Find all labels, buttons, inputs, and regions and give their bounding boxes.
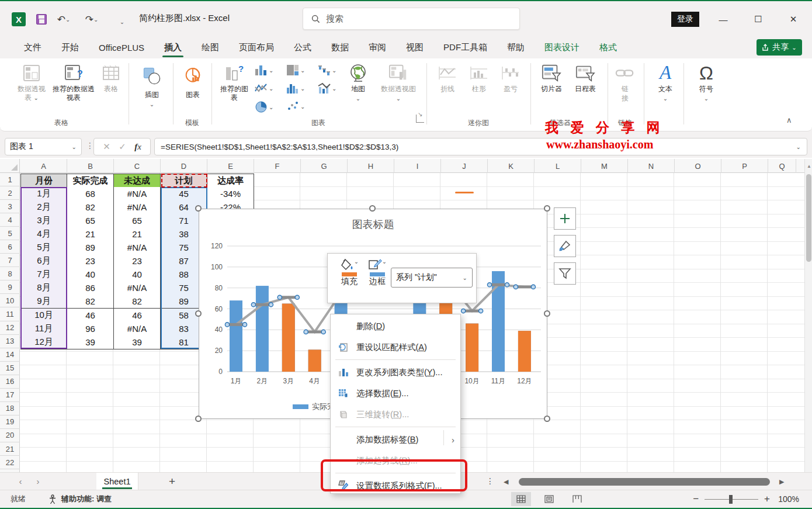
cell-C3[interactable]: #N/A (114, 200, 161, 214)
cell-C6[interactable]: #N/A (114, 241, 161, 255)
column-header-H[interactable]: H (348, 159, 394, 173)
enter-formula-icon[interactable]: ✓ (119, 141, 126, 152)
zoom-level[interactable]: 100% (776, 494, 799, 504)
redo-button[interactable]: ↷⌄ (84, 12, 99, 27)
column-header-K[interactable]: K (488, 159, 535, 173)
quick-access-customize-icon[interactable]: ⌄ (114, 14, 130, 29)
cell-B5[interactable]: 21 (67, 227, 114, 241)
column-header-A[interactable]: A (20, 159, 67, 173)
cell-C13[interactable]: 39 (114, 335, 161, 349)
chart-handle-nw[interactable] (195, 205, 202, 212)
ribbon-tab-公式[interactable]: 公式 (284, 36, 321, 58)
menu-item-3[interactable]: 更改系列图表类型(Y)... (331, 362, 460, 383)
border-color-button[interactable]: ⌄ 边框 (364, 258, 391, 287)
row-header-13[interactable]: 13 (0, 335, 20, 348)
insert-pie-chart-button[interactable]: ⌄ (255, 101, 273, 113)
row-header-8[interactable]: 8 (0, 267, 20, 281)
column-header-G[interactable]: G (301, 159, 348, 173)
excel-app-icon[interactable]: X (12, 12, 26, 26)
close-button[interactable]: ✕ (782, 8, 805, 30)
maximize-button[interactable]: ☐ (747, 8, 770, 30)
chart-styles-button[interactable] (554, 235, 576, 257)
scroll-left-icon[interactable]: ◀ (504, 478, 508, 486)
cell-B11[interactable]: 46 (67, 309, 114, 323)
column-header-D[interactable]: D (161, 159, 207, 173)
zoom-slider[interactable] (705, 499, 758, 500)
cell-B9[interactable]: 86 (67, 281, 114, 295)
map-button[interactable]: 地图 ⌄ (346, 63, 370, 103)
chart-handle-w[interactable] (195, 310, 202, 317)
column-header-M[interactable]: M (581, 159, 628, 173)
ribbon-tab-插入[interactable]: 插入 (154, 36, 192, 58)
row-header-15[interactable]: 15 (0, 362, 20, 375)
chart-handle-ne[interactable] (544, 205, 550, 212)
row-header-11[interactable]: 11 (0, 308, 20, 321)
column-header-L[interactable]: L (535, 159, 581, 173)
recommended-charts-button[interactable]: ? 推荐的图表 (217, 63, 251, 102)
cell-B13[interactable]: 39 (67, 335, 114, 349)
insert-hierarchy-chart-button[interactable]: ⌄ (286, 64, 305, 76)
cell-C5[interactable]: 21 (114, 227, 161, 241)
row-header-16[interactable]: 16 (0, 375, 20, 389)
sheet-prev-icon[interactable]: ‹ (12, 476, 29, 486)
select-all-corner[interactable] (0, 159, 20, 173)
insert-waterfall-chart-button[interactable]: ⌄ (318, 64, 336, 76)
ribbon-tab-帮助[interactable]: 帮助 (497, 36, 535, 58)
row-header-1[interactable]: 1 (0, 173, 20, 186)
column-header-P[interactable]: P (721, 159, 768, 173)
column-header-N[interactable]: N (628, 159, 675, 173)
login-button[interactable]: 登录 (671, 12, 699, 27)
horizontal-scroll-thumb[interactable] (519, 478, 770, 486)
menu-item-0[interactable]: 删除(D) (331, 316, 460, 337)
page-layout-view-button[interactable] (539, 492, 559, 506)
chart-handle-sw[interactable] (195, 415, 202, 422)
chart-handle-n[interactable] (369, 205, 376, 212)
row-header-14[interactable]: 14 (0, 348, 20, 362)
cell-B8[interactable]: 40 (67, 268, 114, 282)
cell-B4[interactable]: 65 (67, 214, 114, 228)
menu-item-4[interactable]: 选择数据(E)... (331, 383, 460, 404)
row-header-5[interactable]: 5 (0, 227, 20, 240)
cell-B6[interactable]: 89 (67, 241, 114, 255)
row-header-7[interactable]: 7 (0, 254, 20, 267)
insert-column-chart-button[interactable]: ⌄ (255, 64, 273, 76)
chart-handle-se[interactable] (544, 415, 550, 422)
cell-E1[interactable]: 达成率 (207, 174, 254, 188)
cell-A1[interactable]: 月份 (20, 174, 67, 188)
menu-item-1[interactable]: 重设以匹配样式(A) (331, 337, 460, 358)
ribbon-tab-文件[interactable]: 文件 (14, 36, 51, 58)
symbol-button[interactable]: Ω 符号 ⌄ (692, 63, 721, 103)
cell-B10[interactable]: 82 (67, 295, 114, 309)
row-header-18[interactable]: 18 (0, 402, 20, 415)
horizontal-scrollbar[interactable]: ◀ ▶ (504, 476, 790, 487)
row-header-4[interactable]: 4 (0, 213, 20, 227)
row-header-19[interactable]: 19 (0, 415, 20, 429)
vertical-scroll-thumb[interactable] (806, 174, 811, 262)
cell-B1[interactable]: 实际完成 (67, 174, 114, 188)
sheet-next-icon[interactable]: › (29, 476, 47, 486)
cell-C10[interactable]: 82 (114, 295, 161, 309)
column-header-J[interactable]: J (441, 159, 488, 173)
ribbon-tab-PDF工具箱[interactable]: PDF工具箱 (433, 36, 497, 58)
formula-input[interactable]: =SERIES(Sheet1!$D$1,Sheet1!$A$2:$A$13,Sh… (154, 138, 807, 155)
cell-B3[interactable]: 82 (67, 200, 114, 214)
slicer-button[interactable]: 切片器 (536, 63, 567, 94)
column-header-C[interactable]: C (114, 159, 161, 173)
column-header-F[interactable]: F (254, 159, 301, 173)
insert-line-chart-button[interactable]: ⌄ (255, 82, 273, 94)
column-header-E[interactable]: E (207, 159, 254, 173)
pivot-chart-button[interactable]: 数据透视图 ⌄ (377, 63, 419, 103)
cancel-formula-icon[interactable]: ✕ (103, 141, 110, 152)
pivot-table-button[interactable]: 数据透视表 ⌄ (15, 63, 48, 102)
column-header-B[interactable]: B (67, 159, 114, 173)
undo-button[interactable]: ↶⌄ (56, 12, 71, 27)
row-header-10[interactable]: 10 (0, 294, 20, 307)
name-box[interactable]: 图表 1⌄ (5, 138, 82, 155)
recommended-pivot-button[interactable]: ? 推荐的数据透视表 (51, 63, 96, 102)
ribbon-tab-格式[interactable]: 格式 (589, 36, 627, 58)
scroll-right-icon[interactable]: ▶ (779, 478, 784, 486)
sparkline-column-button[interactable]: 柱形 (466, 63, 492, 94)
column-header-Q[interactable]: Q (768, 159, 796, 173)
scroll-up-icon[interactable]: ▲ (807, 164, 811, 169)
tab-sheet1[interactable]: Sheet1 (96, 473, 138, 490)
